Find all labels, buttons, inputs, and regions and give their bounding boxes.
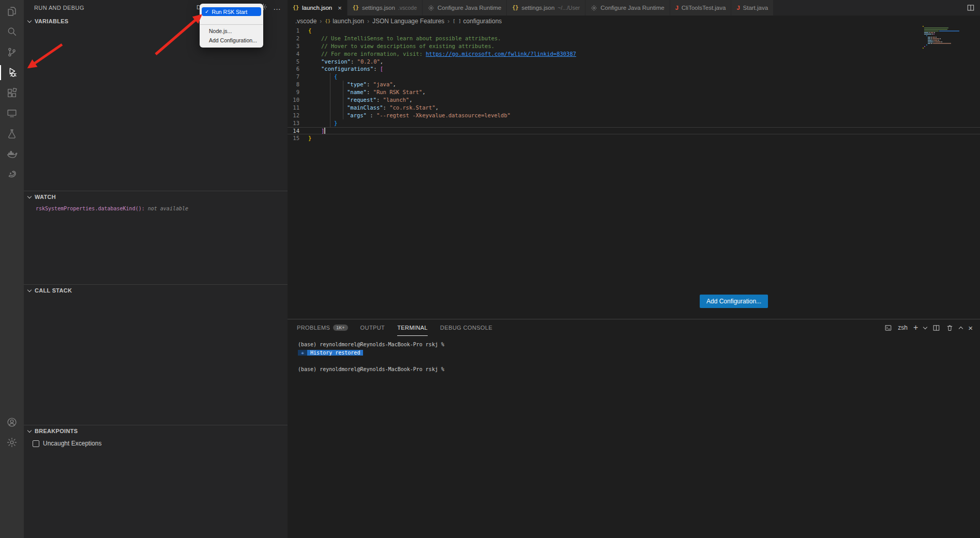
breadcrumb-item-configurations[interactable]: [ ]configurations — [453, 18, 502, 25]
uncaught-exceptions-checkbox[interactable] — [33, 440, 39, 447]
json-braces-icon: {} — [353, 5, 359, 10]
line-number[interactable]: 12 — [288, 112, 308, 119]
json-braces-icon: {} — [512, 5, 518, 10]
line-number[interactable]: 2 — [288, 35, 308, 42]
close-panel-icon[interactable]: × — [968, 324, 973, 332]
kill-terminal-trash-icon[interactable] — [946, 324, 954, 332]
tab-clitoolstest-java[interactable]: JCliToolsTest.java — [670, 0, 732, 16]
activity-item-manage[interactable] — [0, 433, 24, 453]
editor-area: {}launch.json×{}settings.json.vscodeConf… — [288, 0, 980, 319]
split-editor-icon[interactable] — [967, 4, 975, 12]
section-header-watch[interactable]: WATCH — [24, 191, 288, 203]
breadcrumb-separator: › — [447, 18, 449, 25]
settings-gear-icon — [6, 437, 18, 448]
line-number[interactable]: 10 — [288, 96, 308, 104]
activity-item-remote-explorer[interactable] — [0, 103, 24, 124]
code-line[interactable]: 9"name": "Run RSK Start", — [288, 88, 980, 96]
breadcrumb-item-json-language-features[interactable]: JSON Language Features — [372, 18, 444, 25]
code-editor[interactable]: 1{2// Use IntelliSense to learn about po… — [288, 27, 980, 142]
tab-start-java[interactable]: JStart.java — [731, 0, 774, 16]
line-number[interactable]: 14 — [288, 127, 308, 135]
breadcrumb-separator: › — [367, 18, 369, 25]
new-terminal-icon[interactable]: + — [913, 324, 918, 332]
panel-tab-terminal[interactable]: TERMINAL — [397, 319, 428, 336]
code-line[interactable]: 15} — [288, 134, 980, 142]
checkmark-icon: ✓ — [205, 9, 209, 14]
line-number[interactable]: 13 — [288, 119, 308, 127]
activity-item-accounts[interactable] — [0, 412, 24, 433]
line-number[interactable]: 3 — [288, 42, 308, 50]
sidebar-title: RUN AND DEBUG — [34, 5, 84, 11]
checkbox-label: Uncaught Exceptions — [43, 440, 101, 447]
panel-tab-output[interactable]: OUTPUT — [360, 319, 385, 336]
code-line[interactable]: 6"configurations": [ — [288, 65, 980, 73]
watch-expression-row[interactable]: rskSystemProperties.databaseKind(): not … — [24, 203, 288, 211]
tab-settings-json[interactable]: {}settings.json.vscode — [348, 0, 423, 16]
activity-item-extensions[interactable] — [0, 83, 24, 103]
panel-tab-label: PROBLEMS — [297, 325, 330, 331]
tab-launch-json[interactable]: {}launch.json× — [288, 0, 348, 16]
terminal-output[interactable]: (base) reynoldmorel@Reynolds-MacBook-Pro… — [288, 336, 980, 374]
line-number[interactable]: 8 — [288, 81, 308, 88]
code-line[interactable]: 7{ — [288, 73, 980, 81]
files-icon — [6, 6, 18, 17]
line-number[interactable]: 5 — [288, 58, 308, 66]
panel-tab-debug-console[interactable]: DEBUG CONSOLE — [440, 319, 492, 336]
code-line[interactable]: 3// Hover to view descriptions of existi… — [288, 42, 980, 50]
account-icon — [6, 417, 18, 428]
breadcrumb-separator: › — [320, 18, 322, 25]
breadcrumb-item-launch-json[interactable]: {}launch.json — [325, 18, 364, 25]
menu-item-add-configuration[interactable]: Add Configuration... — [200, 36, 263, 45]
add-configuration-button[interactable]: Add Configuration... — [700, 295, 768, 308]
line-number[interactable]: 15 — [288, 134, 308, 142]
menu-item-run-rsk-start[interactable]: ✓ Run RSK Start — [202, 7, 261, 16]
line-number[interactable]: 11 — [288, 104, 308, 112]
split-terminal-icon[interactable] — [932, 324, 940, 332]
tab-configure-java-runtime[interactable]: Configure Java Runtime — [585, 0, 670, 16]
code-line[interactable]: 11"mainClass": "co.rsk.Start", — [288, 104, 980, 112]
activity-item-search[interactable] — [0, 22, 24, 42]
chevron-down-icon — [27, 287, 32, 291]
line-number[interactable]: 6 — [288, 65, 308, 73]
tab-configure-java-runtime[interactable]: Configure Java Runtime — [423, 0, 507, 16]
code-line[interactable]: 12"args" : "--regtest -Xkeyvalue.datasou… — [288, 112, 980, 119]
activity-item-source-control[interactable] — [0, 42, 24, 63]
close-icon[interactable]: × — [338, 4, 342, 12]
panel-tab-problems[interactable]: PROBLEMS1K+ — [297, 319, 348, 336]
shell-label[interactable]: zsh — [898, 324, 908, 331]
java-file-icon: J — [675, 5, 679, 11]
activity-item-docker[interactable] — [0, 144, 24, 165]
line-number[interactable]: 4 — [288, 50, 308, 58]
activity-item-explorer[interactable] — [0, 1, 24, 22]
maximize-panel-icon[interactable] — [959, 326, 963, 330]
section-header-breakpoints[interactable]: BREAKPOINTS — [24, 425, 288, 437]
tab-label: CliToolsTest.java — [682, 5, 726, 11]
history-star-icon: ✳ — [298, 350, 307, 356]
vscode-window: RUN AND DEBUG D … VARIABLES WATCH rskSys… — [0, 0, 980, 538]
code-line[interactable]: 1{ — [288, 27, 980, 35]
activity-item-testing[interactable] — [0, 124, 24, 144]
code-line[interactable]: 5"version": "0.2.0", — [288, 58, 980, 66]
terminal-profile-icon[interactable] — [884, 324, 892, 332]
problems-count-badge: 1K+ — [333, 325, 348, 331]
code-line[interactable]: 14] — [288, 127, 980, 135]
minimap[interactable] — [923, 26, 972, 49]
breakpoint-row: Uncaught Exceptions — [24, 437, 288, 447]
code-line[interactable]: 10"request": "launch", — [288, 96, 980, 104]
line-number[interactable]: 7 — [288, 73, 308, 81]
line-number[interactable]: 1 — [288, 27, 308, 35]
tab-settings-json[interactable]: {}settings.json~/.../User — [507, 0, 585, 16]
tab-label: Configure Java Runtime — [600, 5, 664, 11]
breadcrumb-item-vscode[interactable]: .vscode — [295, 18, 316, 25]
code-line[interactable]: 13} — [288, 119, 980, 127]
menu-item-node-js[interactable]: Node.js... — [200, 26, 263, 36]
more-actions-icon[interactable]: … — [273, 3, 281, 11]
section-header-call-stack[interactable]: CALL STACK — [24, 285, 288, 296]
chevron-down-icon[interactable] — [923, 325, 927, 329]
activity-item-run-and-debug[interactable] — [0, 63, 24, 83]
activity-item-gradle[interactable] — [0, 164, 24, 185]
code-line[interactable]: 8"type": "java", — [288, 81, 980, 88]
line-number[interactable]: 9 — [288, 88, 308, 96]
code-line[interactable]: 2// Use IntelliSense to learn about poss… — [288, 35, 980, 42]
code-line[interactable]: 4// For more information, visit: https:/… — [288, 50, 980, 58]
